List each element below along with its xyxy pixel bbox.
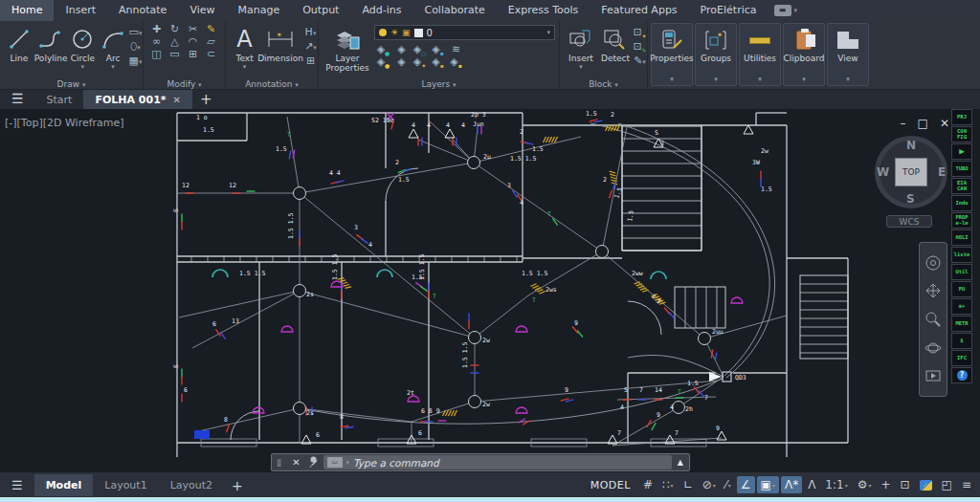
array-icon[interactable]: ⊞	[186, 48, 200, 60]
polar-icon[interactable]: ⊘▾	[699, 476, 720, 493]
leader-icon[interactable]: H▾	[303, 26, 318, 38]
layer-walk-icon[interactable]: ◈✦	[412, 55, 427, 68]
menu-tab-featured-apps[interactable]: Featured Apps	[590, 0, 688, 21]
command-input[interactable]: ▭ ▾ Type a command	[323, 455, 672, 469]
block-panel-label[interactable]: Block ▾	[560, 79, 647, 89]
pro-tool-btn11[interactable]: ⊕+	[951, 298, 972, 315]
stretch-icon[interactable]: ◫	[149, 48, 164, 60]
file-tabs-menu-icon[interactable]: ☰	[0, 90, 35, 109]
circle-button[interactable]: Circle ▾	[67, 23, 98, 71]
arc-button[interactable]: Arc ▾	[98, 23, 128, 71]
grid-icon[interactable]: #	[639, 476, 657, 493]
restore-icon[interactable]: □	[918, 117, 928, 130]
panel-groups-collapsed[interactable]: ✦Groups▾	[695, 23, 737, 86]
annotation-panel-label[interactable]: Annotation ▾	[226, 79, 318, 89]
layer-state-icon[interactable]: ◈▪	[449, 55, 463, 68]
pro-tool-metr[interactable]: METR	[951, 316, 972, 332]
pro-tool-tubo[interactable]: TUBO	[951, 161, 972, 177]
annotation-monitor-icon[interactable]: +	[877, 476, 894, 493]
menu-tab-insert[interactable]: Insert	[54, 0, 107, 21]
layout-tab-layout2[interactable]: Layout2	[159, 474, 224, 496]
insert-button[interactable]: Insert ▾	[564, 23, 598, 71]
rectangle-tool-icon[interactable]: ▭▾	[128, 26, 143, 38]
isodraft-icon[interactable]: ⁄▾	[722, 476, 735, 493]
layer-freeze-icon[interactable]: ◈○	[412, 43, 427, 55]
layer-unlock-icon[interactable]: ◈▪	[431, 55, 445, 68]
menu-tab-proelétrica[interactable]: ProElétrica	[689, 0, 768, 21]
viewcube-west[interactable]: W	[877, 165, 889, 179]
pan-icon[interactable]	[924, 282, 942, 299]
menu-tab-home[interactable]: Home	[0, 0, 54, 21]
file-tab-folha-001-[interactable]: FOLHA 001*✕	[83, 90, 192, 109]
copy-icon[interactable]: ∞	[149, 35, 164, 48]
menu-tab-output[interactable]: Output	[291, 0, 350, 21]
layout-tab-model[interactable]: Model	[34, 474, 94, 496]
ortho-icon[interactable]: ∟	[679, 476, 697, 493]
pro-tool-config[interactable]: CONFIG	[951, 126, 972, 142]
detect-button[interactable]: Detect	[598, 23, 633, 71]
orbit-icon[interactable]	[924, 339, 942, 357]
close-icon[interactable]: ✕	[940, 117, 949, 130]
customization-icon[interactable]: ≡	[958, 476, 975, 493]
move-icon[interactable]: ✚	[149, 23, 164, 35]
osnap-tracking-icon[interactable]: ∠	[737, 476, 755, 493]
ribbon-display-toggle[interactable]: ▬ ▾	[774, 0, 798, 21]
file-tab-start[interactable]: Start	[35, 90, 84, 109]
command-bar-wrench-icon[interactable]	[307, 456, 320, 469]
pro-tool-eiacan[interactable]: EIACAN	[951, 178, 972, 194]
menu-tab-manage[interactable]: Manage	[227, 0, 292, 21]
line-button[interactable]: Line	[4, 23, 34, 71]
menu-tab-express-tools[interactable]: Express Tools	[497, 0, 590, 21]
pro-tool-pu[interactable]: PU	[951, 281, 972, 297]
block-define-icon[interactable]: ✎▾	[633, 55, 647, 67]
command-history-icon[interactable]: ▲	[678, 458, 689, 467]
panel-properties-collapsed[interactable]: Properties▾	[651, 23, 693, 86]
menu-tab-view[interactable]: View	[178, 0, 226, 21]
pro-tool-indu[interactable]: Indu	[951, 195, 972, 211]
polyline-button[interactable]: Polyline	[34, 23, 68, 71]
menu-tab-collaborate[interactable]: Collaborate	[412, 0, 496, 21]
layer-dropdown[interactable]: ☀ ▣ 0 ▾	[374, 25, 555, 40]
viewport-controls-label[interactable]: [-][Top][2D Wireframe]	[5, 117, 124, 129]
pro-tool-?[interactable]: ?	[951, 367, 972, 383]
block-attrib-icon[interactable]: ⊡✎	[633, 40, 647, 53]
ellipse-tool-icon[interactable]: ⬯▾	[128, 40, 143, 53]
autoscale-icon[interactable]: Λ	[804, 476, 819, 493]
layer-prev-icon[interactable]: ◈	[394, 55, 409, 68]
new-drawing-tab-button[interactable]: +	[192, 90, 220, 109]
erase-icon[interactable]: ✎	[204, 23, 218, 35]
table-icon[interactable]: ⊞	[303, 55, 318, 67]
clean-screen-icon[interactable]: ◰	[938, 476, 956, 493]
layer-off-icon[interactable]: ◈●	[376, 43, 390, 55]
text-button[interactable]: A Text ▾	[232, 23, 257, 71]
pro-tool-btn2[interactable]: ▶	[951, 143, 972, 160]
pro-tool-prj[interactable]: PRJ	[951, 109, 972, 125]
layout-tab-layout1[interactable]: Layout1	[93, 474, 158, 496]
fillet-icon[interactable]: ◠	[186, 35, 200, 48]
explode-icon[interactable]: ⊂	[204, 48, 218, 60]
model-space-label[interactable]: MODEL	[590, 479, 631, 491]
minimize-icon[interactable]: –	[901, 117, 906, 130]
viewcube-top-face[interactable]: TOP	[895, 158, 927, 186]
panel-utilities-collapsed[interactable]: Utilities▾	[739, 23, 781, 86]
dimension-button[interactable]: ✶ Dimension	[257, 23, 303, 71]
close-tab-icon[interactable]: ✕	[173, 95, 181, 105]
offset-icon[interactable]: ▱	[204, 35, 218, 48]
wcs-badge[interactable]: WCS	[886, 215, 932, 228]
trim-icon[interactable]: ✂	[186, 23, 200, 35]
annotation-scale[interactable]: 1:1▾	[821, 476, 851, 493]
draw-panel-label[interactable]: Draw ▾	[0, 79, 143, 89]
command-bar-drag-handle[interactable]: ⣿	[272, 460, 287, 466]
viewcube-north[interactable]: N	[906, 139, 916, 152]
viewcube-east[interactable]: E	[938, 165, 946, 179]
pro-tool-util[interactable]: Util	[951, 264, 972, 280]
snap-icon[interactable]: ∷▾	[658, 476, 678, 493]
pro-tool-liste[interactable]: liste	[951, 247, 972, 263]
isolate-objects-icon[interactable]: ⊡	[897, 476, 914, 493]
rotate-icon[interactable]: ↻	[167, 23, 182, 35]
mirror-icon[interactable]: △	[167, 35, 182, 48]
workspace-gear-icon[interactable]: ⚙▾	[854, 476, 876, 493]
panel-clipboard-collapsed[interactable]: Clipboard▾	[783, 23, 825, 86]
pro-tool-holi[interactable]: HOLI	[951, 229, 972, 246]
showmotion-icon[interactable]	[924, 367, 942, 384]
